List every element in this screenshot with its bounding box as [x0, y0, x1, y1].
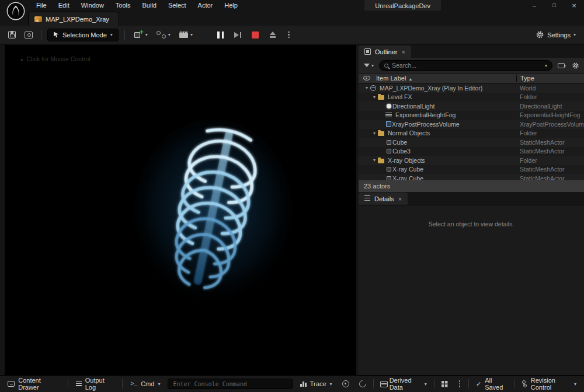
table-row[interactable]: X-ray CubeStaticMeshActor [359, 174, 584, 180]
outliner-search-row [359, 58, 584, 73]
tab-details[interactable]: Details [359, 192, 408, 205]
expand-arrow[interactable]: ▾ [371, 94, 378, 100]
source-control-button[interactable] [22, 30, 35, 40]
close-icon[interactable] [402, 48, 405, 55]
eye-icon[interactable] [363, 76, 370, 80]
play-options-button[interactable] [284, 30, 293, 40]
database-icon [380, 381, 385, 387]
table-row[interactable]: X-ray CubeStaticMeshActor [359, 165, 584, 174]
cmd-dropdown[interactable]: Cmd [127, 379, 163, 389]
table-row[interactable]: ▾X-ray ObjectsFolder [359, 156, 584, 165]
selection-mode-dropdown[interactable]: Selection Mode [47, 29, 119, 41]
level-tab[interactable]: MAP_LXPDemo_Xray [28, 12, 119, 26]
menu-build[interactable]: Build [137, 0, 162, 10]
chevron-down-icon [190, 32, 193, 37]
right-panel: Outliner Item Label Type ▾MAP_LXPDemo_Xr… [359, 45, 584, 375]
table-row[interactable]: ▾Level FXFolder [359, 93, 584, 102]
insights-button[interactable] [339, 379, 352, 389]
maximize-button[interactable] [544, 0, 564, 10]
save-status-button[interactable]: All Saved [473, 375, 510, 392]
row-type: DirectionalLight [516, 103, 584, 110]
table-row[interactable]: Cube3StaticMeshActor [359, 147, 584, 156]
pause-button[interactable] [215, 30, 226, 40]
refresh-icon [357, 379, 367, 389]
column-type[interactable]: Type [516, 75, 584, 82]
statusbar-separator [515, 379, 515, 388]
table-row[interactable]: ▾MAP_LXPDemo_Xray (Play In Editor)World [359, 83, 584, 93]
actor-count-bar: 23 actors [359, 180, 584, 192]
volume-icon [386, 121, 391, 127]
unreal-logo-icon [6, 1, 26, 21]
row-type: XrayPostProcessVolume [516, 121, 584, 128]
stop-icon [252, 32, 259, 38]
table-row[interactable]: CubeStaticMeshActor [359, 138, 584, 147]
outliner-settings-button[interactable] [570, 60, 580, 71]
menu-edit[interactable]: Edit [53, 0, 75, 10]
filter-button[interactable] [362, 62, 376, 69]
mesh-icon [387, 176, 391, 180]
blueprints-button[interactable] [154, 29, 173, 40]
main-toolbar: Selection Mode + Settings [0, 26, 584, 44]
outliner-tab-bar: Outliner [359, 45, 584, 58]
grid-icon [442, 381, 448, 387]
chevron-down-icon [545, 63, 547, 68]
statusbar-separator [468, 379, 469, 388]
play-controls [215, 30, 293, 40]
close-button[interactable] [564, 0, 584, 10]
expand-arrow[interactable]: ▾ [371, 158, 378, 163]
expand-arrow[interactable]: ▾ [363, 85, 370, 90]
mouse-control-hint: Click for Mouse Control [21, 55, 91, 62]
add-actor-button[interactable]: + [131, 29, 150, 41]
xray-ribcage-image [128, 114, 298, 306]
column-item-label[interactable]: Item Label [376, 75, 516, 82]
gear-icon [536, 30, 544, 39]
row-label: ExponentialHeightFog [395, 111, 516, 118]
content-drawer-button[interactable]: Content Drawer [5, 375, 63, 392]
console-prompt-icon [130, 381, 137, 387]
statusbar-separator [68, 379, 68, 388]
close-icon[interactable] [398, 195, 402, 202]
menu-file[interactable]: File [30, 0, 53, 10]
eject-button[interactable] [267, 30, 279, 40]
status-bar: Content Drawer Output Log Cmd Trace Deri… [0, 375, 584, 392]
statusbar-right-group: Trace Derived Data All Saved Revision Co… [297, 375, 579, 392]
pilot-button[interactable] [556, 60, 566, 71]
toolbar-separator [124, 30, 125, 40]
revision-control-dropdown[interactable]: Revision Control [519, 375, 579, 392]
settings-dropdown[interactable]: Settings [533, 29, 578, 41]
mesh-icon [387, 167, 391, 172]
level-viewport[interactable]: Click for Mouse Control [5, 45, 356, 375]
table-row[interactable]: ▾Normal ObjectsFolder [359, 129, 584, 138]
derived-data-dropdown[interactable]: Derived Data [377, 375, 429, 392]
menu-select[interactable]: Select [162, 0, 192, 10]
more-options-button[interactable] [455, 379, 465, 389]
branch-icon [522, 380, 527, 387]
minimize-button[interactable] [524, 0, 544, 10]
details-tab-bar: Details [359, 192, 584, 205]
trace-dropdown[interactable]: Trace [297, 379, 335, 389]
search-input[interactable] [392, 62, 541, 69]
output-log-button[interactable]: Output Log [73, 375, 118, 392]
menu-window[interactable]: Window [75, 0, 110, 10]
stop-button[interactable] [249, 30, 261, 40]
table-row[interactable]: XrayPostProcessVolumeXrayPostProcessVolu… [359, 120, 584, 129]
mesh-icon [387, 149, 391, 153]
tab-outliner[interactable]: Outliner [359, 46, 411, 58]
settings-label: Settings [547, 32, 571, 38]
menu-actor[interactable]: Actor [192, 0, 219, 10]
cinematics-button[interactable] [177, 30, 195, 40]
frame-skip-button[interactable] [232, 30, 244, 40]
table-row[interactable]: ExponentialHeightFogExponentialHeightFog [359, 111, 584, 120]
expand-arrow[interactable]: ▾ [371, 131, 378, 136]
filter-icon [364, 64, 370, 67]
chevron-down-icon [168, 32, 171, 37]
menu-tools[interactable]: Tools [110, 0, 137, 10]
menu-help[interactable]: Help [218, 0, 244, 10]
session-button[interactable] [356, 379, 369, 389]
console-command-input[interactable] [168, 379, 293, 389]
resources-button[interactable] [439, 379, 451, 389]
table-row[interactable]: DirectionalLightDirectionalLight [359, 102, 584, 111]
folder-icon [378, 159, 384, 163]
details-tab-label: Details [374, 195, 394, 202]
save-button[interactable] [6, 29, 18, 40]
